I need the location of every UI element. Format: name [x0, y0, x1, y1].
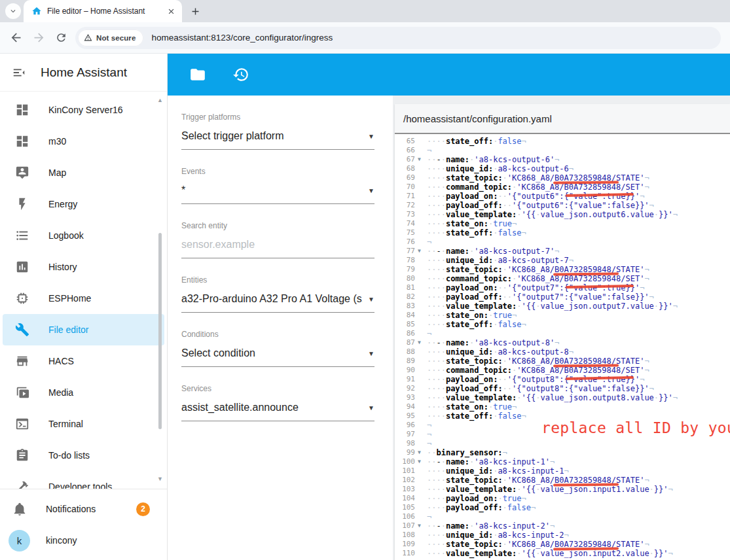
fold-arrow-icon[interactable] [415, 265, 424, 274]
fold-arrow-icon[interactable] [415, 173, 424, 183]
fold-arrow-icon[interactable] [415, 292, 424, 302]
fold-arrow-icon[interactable] [415, 164, 424, 173]
fold-arrow-icon[interactable] [415, 503, 424, 512]
dropdown-arrow-icon[interactable]: ▼ [368, 350, 374, 357]
line-number[interactable]: 106 [395, 512, 424, 521]
sidebar-item-user[interactable]: k kincony [0, 525, 167, 556]
fold-arrow-icon[interactable] [415, 439, 424, 448]
line-number[interactable]: 82 [395, 292, 424, 302]
line-number[interactable]: 107▼ [395, 521, 424, 531]
fold-arrow-icon[interactable] [415, 393, 424, 402]
fold-arrow-icon[interactable] [415, 375, 424, 384]
fold-arrow-icon[interactable] [415, 476, 424, 485]
fold-arrow-icon[interactable]: ▼ [415, 155, 424, 164]
security-chip[interactable]: Not secure [78, 29, 143, 46]
line-number[interactable]: 85 [395, 320, 424, 329]
fold-arrow-icon[interactable] [415, 192, 424, 201]
line-number[interactable]: 101 [395, 466, 424, 476]
forward-icon[interactable] [32, 31, 46, 44]
line-number[interactable]: 72 [395, 201, 424, 210]
fold-arrow-icon[interactable]: ▼ [415, 448, 424, 457]
sidebar-item-m30[interactable]: m30 [3, 126, 164, 157]
fold-arrow-icon[interactable]: ▼ [415, 521, 424, 531]
sidebar-item-terminal[interactable]: Terminal [3, 408, 164, 440]
line-number[interactable]: 96 [395, 421, 424, 430]
line-number[interactable]: 74 [395, 219, 424, 228]
dropdown-arrow-icon[interactable]: ▼ [368, 187, 374, 194]
fold-arrow-icon[interactable] [415, 302, 424, 311]
sidebar-item-energy[interactable]: Energy [3, 188, 164, 220]
line-number[interactable]: 67▼ [395, 155, 424, 164]
fold-arrow-icon[interactable] [415, 201, 424, 210]
fold-arrow-icon[interactable] [415, 549, 424, 558]
fold-arrow-icon[interactable] [415, 329, 424, 338]
fold-arrow-icon[interactable] [415, 485, 424, 494]
line-number[interactable]: 92 [395, 384, 424, 393]
dropdown-arrow-icon[interactable]: ▼ [368, 404, 374, 411]
sidebar-item-map[interactable]: Map [3, 157, 164, 188]
line-number[interactable]: 91 [395, 375, 424, 384]
line-number[interactable]: 99▼ [395, 448, 424, 457]
fold-arrow-icon[interactable] [415, 466, 424, 476]
line-number[interactable]: 69 [395, 173, 424, 183]
address-bar[interactable]: Not secure homeassistant:8123/core_confi… [75, 27, 721, 49]
fold-arrow-icon[interactable] [415, 311, 424, 320]
line-number[interactable]: 77▼ [395, 247, 424, 256]
line-number[interactable]: 70 [395, 183, 424, 192]
dropdown-services[interactable]: assist_satellite.announce▼ [181, 402, 374, 421]
line-number[interactable]: 81 [395, 283, 424, 292]
folder-icon[interactable] [185, 66, 211, 83]
back-icon[interactable] [9, 31, 23, 44]
fold-arrow-icon[interactable] [415, 228, 424, 237]
line-number[interactable]: 104 [395, 494, 424, 503]
fold-arrow-icon[interactable] [415, 402, 424, 411]
scroll-down-arrow[interactable]: ▼ [157, 476, 163, 482]
new-tab-button[interactable] [190, 6, 201, 17]
line-number[interactable]: 76 [395, 237, 424, 247]
line-number[interactable]: 65 [395, 137, 424, 146]
line-number[interactable]: 80 [395, 274, 424, 283]
fold-arrow-icon[interactable] [415, 421, 424, 430]
line-number[interactable]: 66 [395, 146, 424, 155]
input-search-entity[interactable]: sensor.example [181, 239, 374, 258]
menu-toggle-icon[interactable] [12, 65, 26, 80]
scroll-up-arrow[interactable]: ▲ [157, 97, 163, 103]
line-number[interactable]: 86 [395, 329, 424, 338]
fold-arrow-icon[interactable]: ▼ [415, 338, 424, 347]
line-number[interactable]: 68 [395, 164, 424, 173]
line-number[interactable]: 75 [395, 228, 424, 237]
fold-arrow-icon[interactable] [415, 219, 424, 228]
sidebar-item-file-editor[interactable]: File editor [3, 314, 164, 345]
fold-arrow-icon[interactable] [415, 411, 424, 421]
line-number[interactable]: 103 [395, 485, 424, 494]
line-number[interactable]: 88 [395, 347, 424, 357]
fold-arrow-icon[interactable] [415, 494, 424, 503]
line-number[interactable]: 94 [395, 402, 424, 411]
tab-close-icon[interactable] [167, 7, 175, 16]
line-number[interactable]: 97 [395, 430, 424, 439]
line-number[interactable]: 90 [395, 366, 424, 375]
line-number[interactable]: 84 [395, 311, 424, 320]
line-number[interactable]: 78 [395, 256, 424, 265]
line-number[interactable]: 73 [395, 210, 424, 219]
fold-arrow-icon[interactable] [415, 540, 424, 549]
line-number[interactable]: 105 [395, 503, 424, 512]
line-number[interactable]: 98 [395, 439, 424, 448]
line-number[interactable]: 93 [395, 393, 424, 402]
fold-arrow-icon[interactable] [415, 137, 424, 146]
line-number[interactable]: 71 [395, 192, 424, 201]
line-number[interactable]: 83 [395, 302, 424, 311]
line-number[interactable]: 109 [395, 540, 424, 549]
fold-arrow-icon[interactable] [415, 384, 424, 393]
history-restore-icon[interactable] [228, 66, 254, 83]
line-number[interactable]: 100▼ [395, 457, 424, 466]
line-number[interactable]: 87▼ [395, 338, 424, 347]
fold-arrow-icon[interactable] [415, 146, 424, 155]
fold-arrow-icon[interactable]: ▼ [415, 247, 424, 256]
line-number[interactable]: 108 [395, 531, 424, 540]
fold-arrow-icon[interactable] [415, 274, 424, 283]
fold-arrow-icon[interactable]: ▼ [415, 457, 424, 466]
fold-arrow-icon[interactable] [415, 347, 424, 357]
fold-arrow-icon[interactable] [415, 183, 424, 192]
sidebar-item-history[interactable]: History [3, 251, 164, 283]
